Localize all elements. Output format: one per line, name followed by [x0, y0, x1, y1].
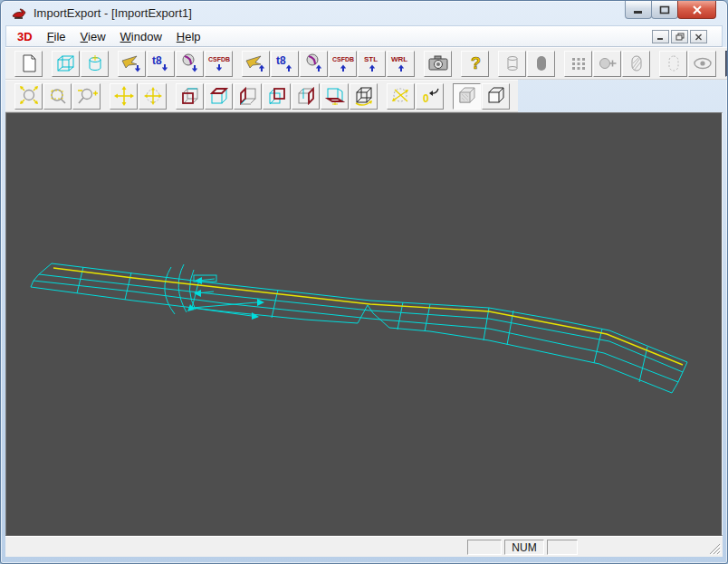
export-vrml-button[interactable]: WRL — [387, 51, 415, 77]
status-pane-caps — [467, 540, 502, 555]
mdi-minimize-icon — [656, 33, 665, 41]
shaded-mode-button[interactable] — [527, 51, 555, 77]
reset-view-icon: 0 — [418, 85, 442, 107]
rotation-button[interactable] — [387, 83, 415, 110]
import-brep-button[interactable] — [118, 51, 146, 77]
svg-text:?: ? — [471, 54, 481, 72]
title-bar[interactable]: ImportExport - [ImportExport1] — [5, 1, 723, 25]
view-back-cube-icon — [265, 85, 289, 107]
close-button[interactable] — [677, 1, 716, 19]
view-left-button[interactable] — [234, 83, 262, 110]
view-bottom-button[interactable] — [321, 83, 349, 110]
export-stl-icon: STL — [360, 53, 384, 74]
dynamic-zoom-button[interactable] — [72, 83, 101, 110]
material-button[interactable] — [593, 51, 621, 77]
svg-text:WRL: WRL — [391, 55, 407, 63]
window-title: ImportExport - [ImportExport1] — [34, 6, 192, 20]
wing-wireframe-model — [6, 113, 723, 535]
resize-grip[interactable] — [708, 542, 721, 555]
global-pan-icon — [141, 85, 165, 107]
main-toolbar-row: t8 CSFDB — [5, 47, 723, 80]
view-axo-cube-icon — [352, 85, 376, 107]
mdi-restore-button[interactable] — [671, 30, 688, 43]
import-step-button[interactable] — [176, 51, 204, 77]
minimize-button[interactable] — [625, 1, 652, 19]
view-top-button[interactable] — [205, 83, 233, 110]
export-brep-button[interactable] — [242, 51, 270, 77]
hidden-off-cube-icon — [455, 85, 479, 107]
view-back-button[interactable] — [263, 83, 291, 110]
maximize-button[interactable] — [651, 1, 678, 19]
color-button[interactable] — [564, 51, 592, 77]
svg-text:t8: t8 — [276, 54, 286, 67]
box-icon — [54, 53, 78, 74]
zoom-window-button[interactable] — [43, 83, 72, 110]
fit-all-button[interactable] — [14, 83, 43, 110]
status-pane-scrl — [547, 540, 578, 555]
minimize-icon — [633, 5, 644, 14]
display-all-button[interactable] — [688, 51, 716, 77]
mdi-minimize-button[interactable] — [652, 30, 669, 43]
help-button[interactable]: ? — [461, 51, 489, 77]
export-stl-button[interactable]: STL — [358, 51, 386, 77]
mdi-restore-icon — [675, 33, 685, 41]
view-toolbar-row: 0 — [5, 80, 723, 112]
svg-text:t8: t8 — [152, 54, 162, 67]
export-step-button[interactable] — [300, 51, 328, 77]
export-step-sphere-icon — [302, 53, 326, 74]
app-icon — [11, 6, 27, 21]
menu-item-file[interactable]: File — [40, 27, 73, 46]
export-csfdb-icon: CSFDB — [331, 53, 355, 74]
import-iges-button[interactable]: t8 — [147, 51, 175, 77]
new-document-icon — [17, 53, 41, 74]
menu-item-view[interactable]: View — [73, 27, 113, 46]
rotation-icon — [389, 85, 413, 107]
viewport-3d[interactable] — [5, 112, 723, 536]
dynamic-zoom-icon — [75, 85, 99, 107]
reset-view-button[interactable]: 0 — [416, 83, 444, 110]
box-button[interactable] — [52, 51, 80, 77]
global-pan-button[interactable] — [139, 83, 167, 110]
main-toolbar: t8 CSFDB — [5, 47, 728, 80]
shaded-cylinder-icon — [530, 53, 553, 74]
view-front-button[interactable] — [176, 83, 204, 110]
hidden-on-button[interactable] — [482, 83, 510, 110]
menu-item-window[interactable]: Window — [113, 27, 169, 46]
cylinder-icon — [83, 53, 107, 74]
svg-text:CSFDB: CSFDB — [208, 56, 230, 62]
pan-button[interactable] — [110, 83, 138, 110]
export-csfdb-button[interactable]: CSFDB — [329, 51, 357, 77]
menu-item-3d[interactable]: 3D — [10, 27, 40, 46]
pan-icon — [112, 85, 136, 107]
restore-icon — [659, 5, 670, 14]
view-bottom-cube-icon — [323, 85, 347, 107]
view-right-button[interactable] — [292, 83, 320, 110]
mdi-close-icon — [694, 33, 703, 41]
material-plug-icon — [596, 53, 619, 74]
export-vrml-icon: WRL — [389, 53, 413, 74]
erase-button[interactable] — [659, 51, 687, 77]
app-window: ImportExport - [ImportExport1] 3D File V… — [0, 0, 728, 564]
view-front-cube-icon — [178, 85, 202, 107]
transparency-button[interactable] — [622, 51, 650, 77]
mdi-close-button[interactable] — [690, 30, 707, 43]
wireframe-mode-button[interactable] — [498, 51, 526, 77]
cylinder-button[interactable] — [81, 51, 109, 77]
import-csfdb-button[interactable]: CSFDB — [205, 51, 233, 77]
menu-item-help[interactable]: Help — [169, 27, 208, 46]
new-document-button[interactable] — [14, 51, 43, 77]
import-csfdb-icon: CSFDB — [207, 53, 231, 74]
fit-all-icon — [17, 85, 41, 107]
dump-view-button[interactable] — [424, 51, 452, 77]
view-top-cube-icon — [207, 85, 231, 107]
wireframe-cylinder-icon — [501, 53, 524, 74]
export-iges-button[interactable]: t8 — [271, 51, 299, 77]
status-panes: NUM — [465, 540, 578, 555]
erase-dashed-cylinder-icon — [662, 53, 685, 74]
hidden-off-button[interactable] — [453, 83, 481, 110]
toolbar-fill — [518, 80, 723, 112]
import-brep-plane-icon — [120, 53, 144, 74]
view-axo-button[interactable] — [350, 83, 378, 110]
close-icon — [692, 5, 703, 14]
export-iges-icon: t8 — [273, 53, 297, 74]
